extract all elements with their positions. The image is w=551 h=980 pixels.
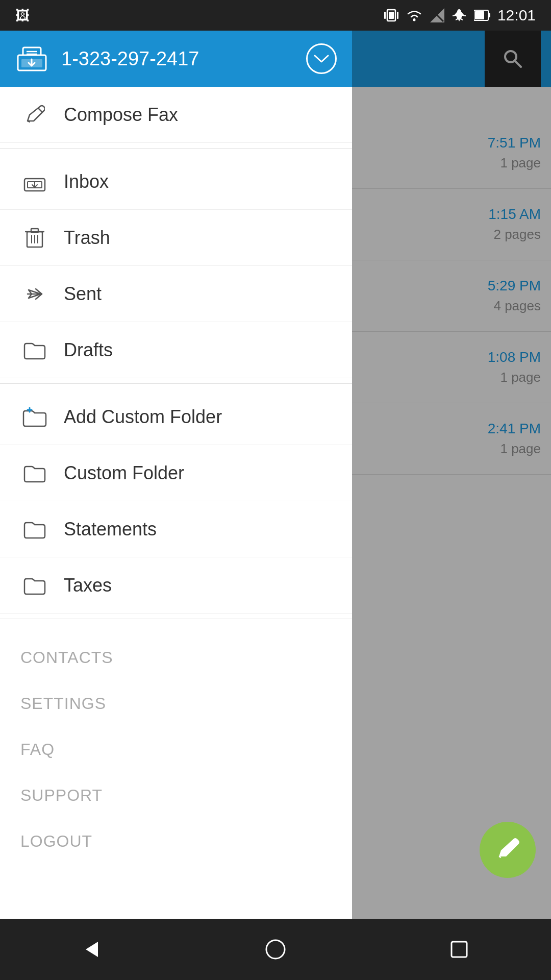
svg-point-33 <box>266 940 285 959</box>
custom-folder-section: Add Custom Folder Custom Folder Statemen… <box>0 389 352 614</box>
compose-fab[interactable] <box>480 822 536 878</box>
sidebar-item-trash[interactable]: Trash <box>0 210 352 266</box>
bottom-nav-bar <box>0 919 551 980</box>
sidebar-item-sent[interactable]: Sent <box>0 266 352 322</box>
sidebar-item-faq[interactable]: FAQ <box>0 726 352 772</box>
settings-label: SETTINGS <box>20 694 106 713</box>
navigation-drawer: 1-323-297-2417 Compose Fax <box>0 31 352 980</box>
sidebar-item-inbox[interactable]: Inbox <box>0 154 352 210</box>
inbox-label: Inbox <box>64 171 109 192</box>
image-icon: 🖼 <box>15 7 30 24</box>
drafts-folder-icon <box>20 336 48 364</box>
inbox-icon <box>20 167 48 195</box>
support-label: SUPPORT <box>20 786 103 805</box>
add-custom-folder-label: Add Custom Folder <box>64 406 222 428</box>
sidebar-item-taxes[interactable]: Taxes <box>0 557 352 614</box>
status-time: 12:01 <box>497 7 536 24</box>
wifi-icon <box>406 8 423 22</box>
sent-icon <box>20 280 48 308</box>
svg-line-18 <box>38 108 42 112</box>
svg-marker-32 <box>86 942 98 957</box>
drawer-phone-number: 1-323-297-2417 <box>61 48 306 70</box>
statements-folder-icon <box>20 515 48 543</box>
taxes-label: Taxes <box>64 575 112 596</box>
sidebar-item-statements[interactable]: Statements <box>0 501 352 557</box>
drawer-header: 1-323-297-2417 <box>0 31 352 87</box>
custom-folder-icon <box>20 459 48 487</box>
svg-point-4 <box>413 19 415 21</box>
home-button[interactable] <box>255 929 296 970</box>
trash-icon <box>20 224 48 252</box>
pencil-icon <box>20 101 48 129</box>
svg-rect-25 <box>31 229 38 232</box>
airplane-icon <box>452 8 467 22</box>
sidebar-item-drafts[interactable]: Drafts <box>0 322 352 378</box>
sidebar-item-add-custom-folder[interactable]: Add Custom Folder <box>0 389 352 445</box>
divider-1 <box>0 148 352 149</box>
logout-label: LOGOUT <box>20 832 92 851</box>
sidebar-item-contacts[interactable]: CONTACTS <box>0 634 352 680</box>
sidebar-item-support[interactable]: SUPPORT <box>0 772 352 818</box>
status-icons: 12:01 <box>384 7 536 24</box>
svg-rect-9 <box>475 11 484 19</box>
svg-rect-1 <box>389 12 394 19</box>
svg-rect-3 <box>397 12 398 19</box>
bottom-menu: CONTACTS SETTINGS FAQ SUPPORT LOGOUT <box>0 624 352 969</box>
taxes-folder-icon <box>20 571 48 599</box>
divider-2 <box>0 383 352 384</box>
sent-label: Sent <box>64 283 102 305</box>
signal-icon <box>430 8 444 22</box>
drafts-label: Drafts <box>64 339 113 361</box>
main-menu-section: Compose Fax Inbox <box>0 87 352 378</box>
vibrate-icon <box>384 8 398 23</box>
svg-rect-8 <box>488 13 490 17</box>
battery-icon <box>474 9 490 22</box>
svg-rect-34 <box>452 942 467 957</box>
svg-line-12 <box>499 856 501 857</box>
recent-apps-button[interactable] <box>439 929 480 970</box>
sidebar-item-custom-folder[interactable]: Custom Folder <box>0 445 352 501</box>
sidebar-item-settings[interactable]: SETTINGS <box>0 680 352 726</box>
sidebar-item-compose-fax[interactable]: Compose Fax <box>0 87 352 143</box>
add-folder-icon <box>20 403 48 431</box>
drawer-chevron-button[interactable] <box>306 43 337 74</box>
header-fax-icon <box>15 45 48 73</box>
custom-folder-label: Custom Folder <box>64 462 184 484</box>
status-bar: 🖼 12:01 <box>0 0 551 31</box>
statements-label: Statements <box>64 519 157 540</box>
compose-fax-label: Compose Fax <box>64 104 178 126</box>
contacts-label: CONTACTS <box>20 648 113 667</box>
trash-label: Trash <box>64 227 110 249</box>
divider-3 <box>0 619 352 619</box>
svg-rect-2 <box>384 12 386 19</box>
faq-label: FAQ <box>20 740 55 759</box>
back-button[interactable] <box>71 929 112 970</box>
sidebar-item-logout[interactable]: LOGOUT <box>0 818 352 864</box>
